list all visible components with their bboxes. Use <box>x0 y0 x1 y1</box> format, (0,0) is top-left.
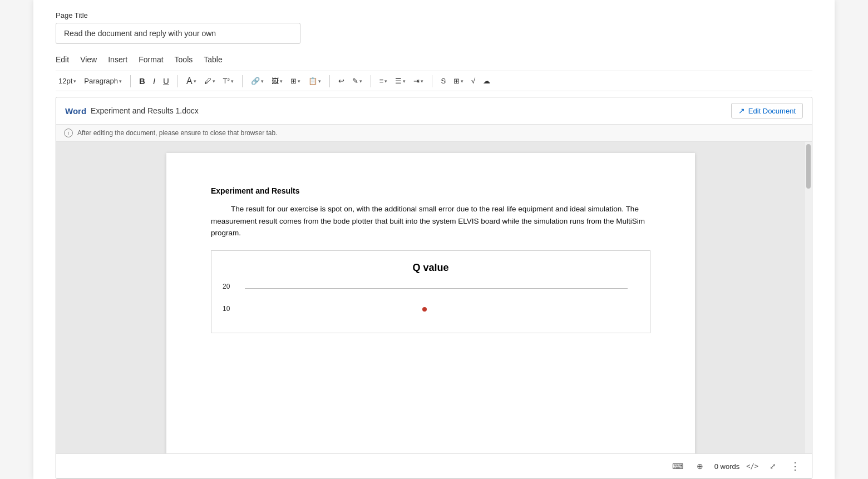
review-icon: ✎ <box>352 77 358 85</box>
chart-y-label-20: 20 <box>223 283 230 290</box>
keyboard-button[interactable]: ⌨ <box>670 458 685 474</box>
table-icon: ⊞ <box>290 77 297 85</box>
list-icon: ☰ <box>395 77 402 85</box>
more-options-icon: ⋮ <box>790 460 801 472</box>
math-button[interactable]: √ <box>468 75 478 87</box>
info-bar: i After editing the document, please ens… <box>56 125 812 142</box>
cloud-icon: ☁ <box>483 77 490 85</box>
page-title-input[interactable] <box>56 23 300 44</box>
highlight-icon: 🖊 <box>204 77 211 85</box>
edit-doc-icon: ↗ <box>738 106 745 115</box>
more-options-button[interactable]: ⋮ <box>787 458 803 474</box>
info-icon: i <box>64 129 73 137</box>
doc-filename: Experiment and Results 1.docx <box>91 106 199 115</box>
info-message: After editing the document, please ensur… <box>77 129 278 137</box>
word-count: 0 words <box>714 462 740 471</box>
toolbar-sep-4 <box>329 75 330 87</box>
font-size-selector[interactable]: 12pt ▾ <box>56 75 79 87</box>
toolbar-sep-2 <box>177 75 178 87</box>
status-bar: ⌨ ⊕ 0 words </> ⤢ ⋮ <box>56 453 812 478</box>
page-title-label: Page Title <box>56 11 812 19</box>
toolbar-sep-3 <box>242 75 243 87</box>
doc-section-title: Experiment and Results <box>211 186 650 195</box>
expand-icon: ⤢ <box>770 462 776 471</box>
doc-header-left: Word Experiment and Results 1.docx <box>65 106 199 116</box>
link-button[interactable]: 🔗 ▾ <box>248 75 267 87</box>
menu-insert[interactable]: Insert <box>108 54 127 65</box>
track-changes-icon: ↩ <box>338 77 344 85</box>
toolbar: 12pt ▾ Paragraph ▾ B I U A ▾ 🖊 ▾ <box>56 71 812 91</box>
chart-y-label-10: 10 <box>223 305 230 313</box>
word-badge: Word <box>65 106 86 116</box>
chart-container: Q value 20 10 <box>211 250 650 333</box>
chart-line-top <box>245 288 628 289</box>
document-embed-area: Word Experiment and Results 1.docx ↗ Edi… <box>56 97 812 479</box>
menu-edit[interactable]: Edit <box>56 54 69 65</box>
toolbar-sep-1 <box>130 75 131 87</box>
superscript-button[interactable]: T² ▾ <box>220 75 236 87</box>
underline-button[interactable]: U <box>160 75 172 87</box>
menu-view[interactable]: View <box>80 54 97 65</box>
doc-scroll-area[interactable]: Experiment and Results The result for ou… <box>56 142 805 453</box>
embed-scrollbar[interactable] <box>805 142 812 453</box>
math-icon: √ <box>471 77 475 85</box>
indent-icon: ⇥ <box>413 77 420 85</box>
align-icon: ≡ <box>379 77 384 85</box>
doc-content-area: Experiment and Results The result for ou… <box>56 142 812 453</box>
font-color-icon: A <box>186 77 193 86</box>
more-insert-icon: 📋 <box>308 77 317 85</box>
table-grid-button[interactable]: ⊞ ▾ <box>451 75 466 87</box>
accessibility-button[interactable]: ⊕ <box>692 458 708 474</box>
menu-bar: Edit View Insert Format Tools Table <box>56 54 812 65</box>
keyboard-icon: ⌨ <box>672 462 683 471</box>
superscript-icon: T² <box>223 77 230 85</box>
table-insert-button[interactable]: ⊞ ▾ <box>288 75 303 87</box>
chart-title: Q value <box>223 262 639 274</box>
font-size-chevron: ▾ <box>73 78 76 84</box>
track-changes-button[interactable]: ↩ <box>336 75 347 87</box>
menu-format[interactable]: Format <box>139 54 163 65</box>
paragraph-chevron: ▾ <box>119 78 122 84</box>
font-color-button[interactable]: A ▾ <box>184 75 199 87</box>
highlight-color-button[interactable]: 🖊 ▾ <box>201 76 218 86</box>
code-tag: </> <box>746 462 758 470</box>
indent-button[interactable]: ⇥ ▾ <box>411 75 426 87</box>
doc-paragraph: The result for our exercise is spot on, … <box>211 203 650 239</box>
toolbar-sep-5 <box>371 75 371 87</box>
doc-header: Word Experiment and Results 1.docx ↗ Edi… <box>56 97 812 125</box>
list-button[interactable]: ☰ ▾ <box>392 75 408 87</box>
edit-document-button[interactable]: ↗ Edit Document <box>731 103 803 118</box>
review-button[interactable]: ✎ ▾ <box>349 75 365 87</box>
accessibility-icon: ⊕ <box>697 462 703 471</box>
chart-data-point <box>422 307 427 312</box>
doc-page: Experiment and Results The result for ou… <box>166 153 695 453</box>
image-button[interactable]: 🖼 ▾ <box>269 75 285 87</box>
cloud-button[interactable]: ☁ <box>480 75 493 87</box>
menu-table[interactable]: Table <box>204 54 222 65</box>
image-icon: 🖼 <box>272 77 279 85</box>
more-insert-button[interactable]: 📋 ▾ <box>305 75 324 87</box>
table-grid-icon: ⊞ <box>453 77 460 85</box>
strikethrough-button[interactable]: S <box>438 75 448 87</box>
paragraph-style-selector[interactable]: Paragraph ▾ <box>81 75 125 87</box>
strikethrough-icon: S <box>441 77 446 85</box>
bold-button[interactable]: B <box>136 75 148 87</box>
toolbar-sep-6 <box>432 75 432 87</box>
italic-button[interactable]: I <box>150 75 158 87</box>
link-icon: 🔗 <box>251 77 260 85</box>
chart-area: 20 10 <box>223 283 639 327</box>
alignment-button[interactable]: ≡ ▾ <box>377 75 391 87</box>
menu-tools[interactable]: Tools <box>175 54 193 65</box>
embed-scrollbar-thumb <box>806 144 811 189</box>
expand-button[interactable]: ⤢ <box>765 458 781 474</box>
